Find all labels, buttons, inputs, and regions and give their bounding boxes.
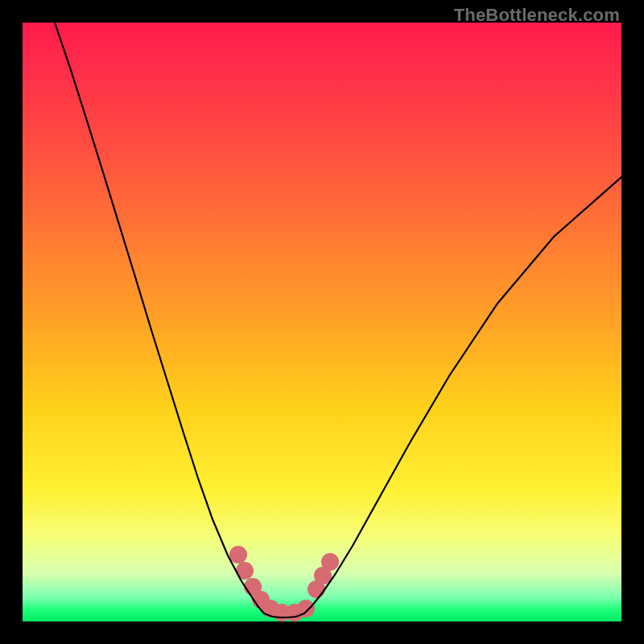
right-curve [304,177,621,613]
watermark-text: TheBottleneck.com [454,5,620,26]
plot-area [23,23,621,621]
left-curve [55,23,264,613]
bottleneck-marker [321,553,339,571]
chart-frame: TheBottleneck.com [0,0,644,644]
curves-svg [23,23,621,621]
marker-group [229,546,339,621]
bottleneck-marker [229,546,247,564]
